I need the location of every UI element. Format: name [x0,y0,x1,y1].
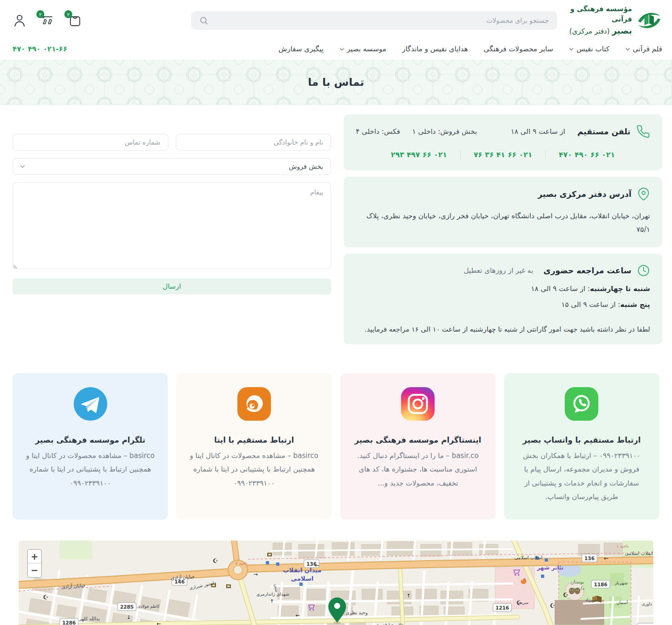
page-title-banner: تماس با ما [0,60,672,105]
compare-badge: ۲ [36,10,44,18]
department-select-wrap: بخش فروش [13,158,331,175]
map-zoom-control: + − [27,549,42,578]
svg-text:☪: ☪ [550,602,555,609]
phone-number-link[interactable]: ۰۲۱ ۶۶ ۴۱ ۳۶ ۷۶ [460,151,546,159]
phone-number-link[interactable]: ۰۲۱ ۶۶ ۴۹۰ ۴۷۰ [545,151,628,159]
social-card-title: ارتباط مستقیم با ایتا [187,436,320,444]
chevron-down-icon [569,48,574,51]
clock-icon [637,264,650,277]
svg-text:↑: ↑ [406,593,410,599]
logo-text: مؤسسه فرهنگی و قرآنی بصیر (دفتر مرکزی) [557,4,632,37]
page-title: تماس با ما [0,60,672,105]
ext-sales: بخش فروش: داخلی ۱ [412,127,477,136]
svg-text:مبین: مبین [274,584,279,592]
svg-text:2285: 2285 [120,604,133,610]
contact-number-input[interactable] [13,134,168,151]
svg-text:1186: 1186 [594,582,607,587]
site-logo[interactable]: مؤسسه فرهنگی و قرآنی بصیر (دفتر مرکزی) [557,4,662,37]
social-card-title: تلگرام موسسه فرهنگی بصیر [24,436,157,444]
user-icon [14,14,26,28]
social-card-text: basirco – مشاهده محصولات در کانال ایتا و… [24,449,157,490]
map[interactable]: 1461361361286228523251316118612161545180… [19,541,653,625]
svg-text:↓: ↓ [126,614,131,620]
message-textarea[interactable] [13,182,331,269]
nav-item-about-basir[interactable]: موسسه بصیر [339,45,387,53]
svg-text:☪: ☪ [213,557,218,564]
visit-line-thursday: پنج شنبه: از ساعت ۹ الی ۱۵ [356,300,650,309]
zoom-in-button[interactable]: + [28,550,41,563]
svg-text:اسلامی: اسلامی [291,575,313,582]
svg-text:←: ← [156,621,160,625]
social-cards: ارتباط مستقیم با واتساپ بصیر ۰۹۹۰۲۳۳۹۱۰۰… [13,373,659,520]
fullname-input[interactable] [176,134,332,151]
svg-text:136: 136 [584,556,595,561]
telegram-card[interactable]: تلگرام موسسه فرهنگی بصیر basirco – مشاهد… [13,373,168,520]
whatsapp-card[interactable]: ارتباط مستقیم با واتساپ بصیر ۰۹۹۰۲۳۳۹۱۰۰… [504,373,659,520]
visiting-hours-title: ساعت مراجعه حضوری [543,266,631,275]
svg-text:شهدای ژاندارمری: شهدای ژاندارمری [256,591,289,597]
logo-line1: مؤسسه فرهنگی و قرآنی [557,4,632,25]
social-card-text: basirco – مشاهده محصولات در کانال ایتا و… [187,449,320,490]
phone-number-link[interactable]: ۰۲۱ ۶۶ ۴۹۷ ۲۹۳ [378,151,460,159]
ext-fax: فکس: داخلی ۴ [356,127,400,136]
nav-item-quran-pen[interactable]: قلم قرآنی [625,45,662,53]
svg-text:آسمان: آسمان [617,600,628,605]
address-text: تهران، خیابان انقلاب، مقابل درب اصلی دان… [356,209,650,236]
header-icons: ۲ ۲ [13,14,82,28]
svg-text:کاظم فولادی: کاظم فولادی [137,604,160,609]
telegram-icon [74,387,107,421]
search-input[interactable] [208,17,549,24]
department-select[interactable]: بخش فروش [13,158,331,175]
svg-text:☪: ☪ [516,599,522,606]
svg-text:↑: ↑ [270,598,274,604]
svg-text:ناحیه ۱: ناحیه ۱ [617,544,629,549]
svg-text:←: ← [295,612,299,618]
visiting-hours-subtitle: به غیر از روزهای تعطیل [464,266,533,275]
address-card: آدرس دفتر مرکزی بصیر تهران، خیابان انقلا… [344,177,662,247]
main-content: تلفن مستقیم از ساعت ۹ الی ۱۸ بخش فروش: د… [0,105,672,351]
svg-text:داوری: داوری [642,602,652,606]
svg-text:ناحیه ۲: ناحیه ۲ [236,561,248,566]
nav-item-gifts[interactable]: هدایای نفیس و ماندگار [402,45,468,53]
address-title: آدرس دفتر مرکزی بصیر [538,189,631,199]
visiting-hours-card: ساعت مراجعه حضوری به غیر از روزهای تعطیل… [344,254,662,344]
eitaa-icon [237,387,271,421]
user-account-button[interactable] [13,14,26,28]
svg-text:وحید نظری: وحید نظری [346,610,368,616]
svg-text:1286: 1286 [62,620,76,625]
send-button[interactable]: ارسال [13,278,331,294]
basir-logo-icon [637,8,662,33]
compare-button[interactable]: ۲ [41,14,54,28]
svg-text:انقلاب اسلامی: انقلاب اسلامی [625,551,653,556]
svg-text:شیرزاد: شیرزاد [585,597,597,602]
main-nav: قلم قرآنی کتاب نفیس سایر محصولات فرهنگی … [0,41,672,60]
cart-badge: ۲ [64,10,72,18]
svg-text:غلامرضا قدیری: غلامرضا قدیری [375,622,403,625]
phone-icon [636,125,650,139]
svg-text:انقلاب اسلامی: انقلاب اسلامی [514,555,542,560]
nav-item-other-products[interactable]: سایر محصولات فرهنگی [484,45,553,53]
svg-text:دانشجو: دانشجو [570,586,585,591]
whatsapp-icon [565,387,598,421]
nav-item-order-tracking[interactable]: پیگیری سفارش [278,45,324,53]
instagram-card[interactable]: اینستاگرام موسسه فرهنگی بصیر basir.co – … [340,373,496,520]
info-column: تلفن مستقیم از ساعت ۹ الی ۱۸ بخش فروش: د… [344,114,662,351]
svg-text:→: → [253,571,257,577]
header-phone-link[interactable]: ۰۲۱-۶۶ ۴۹۰ ۴۷۰ [13,45,67,53]
header: مؤسسه فرهنگی و قرآنی بصیر (دفتر مرکزی) ۲ [0,0,672,41]
map-canvas[interactable]: 1461361361286228523251316118612161545180… [19,541,653,625]
nav-item-fine-books[interactable]: کتاب نفیس [569,45,610,53]
svg-text:بوستان: بوستان [570,579,584,584]
zoom-out-button[interactable]: − [28,563,41,577]
eitaa-card[interactable]: ارتباط مستقیم با ایتا basirco – مشاهده م… [176,373,332,520]
svg-text:تئاتر شهر: تئاتر شهر [536,564,563,571]
svg-text:1216: 1216 [495,605,509,611]
svg-text:☪: ☪ [563,591,568,598]
cart-button[interactable]: ۲ [69,14,82,28]
search-bar [191,11,557,30]
svg-text:☪: ☪ [43,594,48,601]
social-card-title: اینستاگرام موسسه فرهنگی بصیر [352,436,485,444]
phone-number-list: ۰۲۱ ۶۶ ۴۹۰ ۴۷۰ ۰۲۱ ۶۶ ۴۱ ۳۶ ۷۶ ۰۲۱ ۶۶ ۴۹… [356,151,650,159]
search-icon [200,16,208,25]
map-theater-building [555,600,604,625]
